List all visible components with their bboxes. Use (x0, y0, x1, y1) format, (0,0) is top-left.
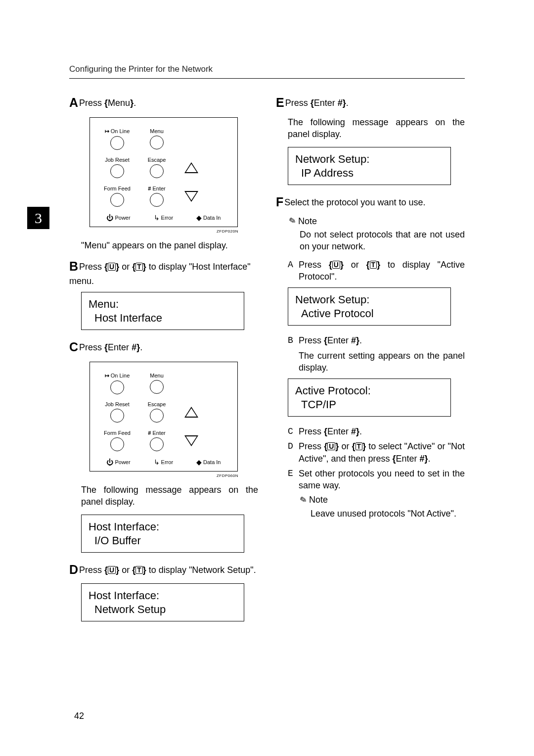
step-d: DPress {U} or {T} to display "Network Se… (69, 562, 258, 578)
substep-b-result: The current setting appears on the panel… (299, 350, 465, 374)
step-letter-b: B (69, 259, 78, 273)
step-f: FSelect the protocol you want to use. (276, 194, 465, 211)
form-feed-button (110, 193, 124, 207)
escape-button (150, 164, 164, 178)
up-arrow-icon (184, 162, 198, 173)
right-column: EPress {Enter #}. The following message … (276, 94, 465, 630)
step-a: APress {Menu}. (69, 94, 258, 111)
step-e-result: The following message appears on the pan… (288, 116, 465, 141)
pencil-icon: ✎ (286, 215, 297, 228)
key-enter: Enter (108, 342, 129, 352)
data-in-icon: ◆ (196, 214, 202, 222)
substep-b: B Press {Enter #}. (288, 334, 465, 346)
step-letter-e: E (276, 95, 284, 109)
substep-c: C Press {Enter #}. (288, 425, 465, 437)
note-heading-2: ✎ Note (299, 495, 465, 506)
step-letter-f: F (276, 195, 283, 209)
figure-id-a: ZFDP020N (69, 229, 238, 234)
note-body-1: Do not select protocols that are not use… (300, 229, 465, 253)
figure-id-c: ZFDP060N (69, 473, 238, 478)
lcd-tcpip: Active Protocol: TCP/IP (288, 378, 451, 417)
step-letter-a: A (69, 95, 78, 109)
note-body-2: Leave unused protocols "Not Active". (311, 508, 465, 520)
pencil-icon: ✎ (297, 494, 308, 507)
up-key-icon: U (108, 263, 116, 271)
lcd-active-protocol: Network Setup: Active Protocol (288, 287, 451, 326)
left-column: APress {Menu}. ↦ On Line Menu (69, 94, 258, 630)
online-button (110, 136, 124, 150)
lcd-ip-address: Network Setup: IP Address (288, 147, 451, 185)
lcd-io-buffer: Host Interface: I/O Buffer (81, 515, 244, 553)
menu-button (150, 136, 164, 149)
substep-d: D Press {U} or {T} to select "Active" or… (288, 440, 465, 465)
substep-a: A Press {U} or {T} to display "Active Pr… (288, 259, 465, 283)
job-reset-button (110, 164, 124, 178)
down-key-icon: T (135, 263, 143, 271)
step-c-result: The following message appears on the pan… (81, 484, 258, 508)
chapter-tab: 3 (27, 207, 49, 229)
error-icon: ↳ (154, 214, 160, 222)
note-heading-1: ✎ Note (288, 216, 465, 227)
enter-button (150, 193, 164, 207)
down-arrow-icon (184, 191, 198, 202)
step-a-result: "Menu" appears on the panel display. (81, 239, 258, 251)
lcd-host-interface-menu: Menu: Host Interface (81, 292, 244, 330)
control-panel-figure-c: ↦ On Line Menu Job Reset Escap (89, 362, 238, 472)
control-panel-figure-a: ↦ On Line Menu Job Reset Escap (89, 117, 238, 227)
substep-e: E Set other protocols you need to set in… (288, 468, 465, 492)
page-number: 42 (74, 711, 84, 721)
step-letter-d: D (69, 563, 78, 576)
step-b: BPress {U} or {T} to display "Host Inter… (69, 258, 258, 287)
step-e: EPress {Enter #}. (276, 94, 465, 111)
step-c: CPress {Enter #}. (69, 339, 258, 356)
running-head: Configuring the Printer for the Network (69, 64, 465, 79)
key-menu: Menu (108, 98, 130, 108)
power-icon: ⏻ (106, 214, 113, 222)
lcd-network-setup: Host Interface: Network Setup (81, 583, 244, 621)
step-letter-c: C (69, 340, 78, 354)
